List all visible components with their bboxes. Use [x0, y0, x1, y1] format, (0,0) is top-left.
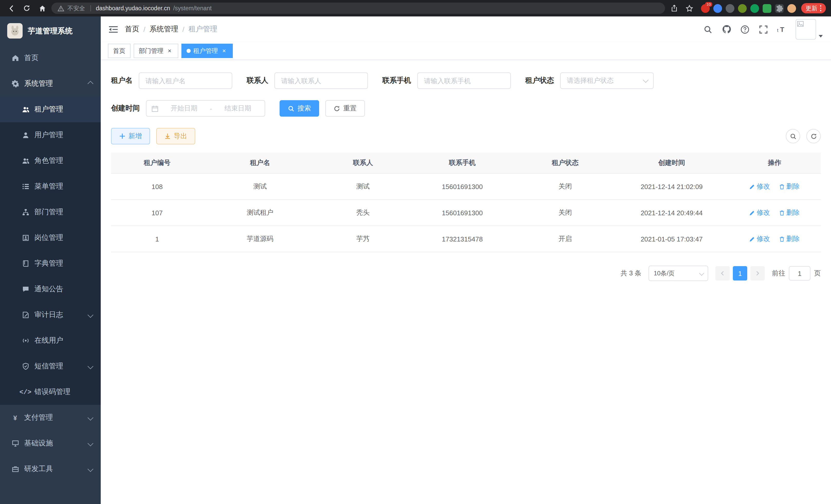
delete-link[interactable]: 删除 [779, 208, 800, 217]
security-label: 不安全 [67, 4, 85, 12]
sidebar-item-post[interactable]: 岗位管理 [0, 225, 101, 251]
help-icon[interactable] [740, 24, 750, 34]
github-icon[interactable] [721, 24, 731, 34]
status-select[interactable]: 请选择租户状态 [560, 72, 654, 89]
edit-link[interactable]: 修改 [749, 208, 770, 217]
prev-page-button[interactable] [715, 266, 730, 280]
sidebar-item-sms[interactable]: 短信管理 [0, 353, 101, 379]
browser-toolbar: 不安全 dashboard.yudao.iocoder.cn/system/te… [0, 0, 831, 17]
extension-icon-4[interactable] [738, 4, 746, 12]
browser-reload-button[interactable] [21, 2, 33, 14]
tenant-name-input[interactable] [139, 72, 232, 89]
reload-icon [23, 5, 30, 12]
sidebar-item-infra[interactable]: 基础设施 [0, 431, 101, 456]
chevron-down-icon [88, 415, 93, 421]
reset-button[interactable]: 重置 [325, 100, 365, 117]
extension-icon-3[interactable] [725, 4, 734, 12]
add-button[interactable]: 新增 [111, 128, 150, 144]
cell-actions: 修改 删除 [728, 200, 821, 226]
close-icon[interactable]: × [166, 47, 173, 55]
goto-page-input[interactable] [789, 266, 810, 280]
bookmark-star-button[interactable] [683, 2, 695, 14]
user-avatar-menu[interactable] [796, 19, 823, 39]
browser-home-button[interactable] [36, 2, 48, 14]
breadcrumb-system[interactable]: 系统管理 [149, 25, 178, 34]
filter-row-2: 创建时间 开始日期 - 结束日期 搜索 重置 [111, 100, 821, 117]
svg-text:t: t [777, 28, 778, 33]
filter-contact-mobile: 联系手机 [382, 72, 511, 89]
sidebar-item-online-users[interactable]: 在线用户 [0, 328, 101, 353]
chevron-up-icon [88, 81, 93, 87]
export-button[interactable]: 导出 [156, 128, 195, 144]
cell-contact-mobile: 15601691300 [409, 173, 515, 200]
tag-home[interactable]: 首页 [108, 44, 131, 58]
sidebar-item-role[interactable]: 角色管理 [0, 148, 101, 174]
sidebar-item-error-code[interactable]: </> 错误码管理 [0, 379, 101, 405]
refresh-table-button[interactable] [806, 129, 821, 143]
cell-create-time: 2021-12-14 21:02:09 [615, 173, 728, 200]
sidebar-item-devtools[interactable]: 研发工具 [0, 456, 101, 482]
cell-status: 关闭 [515, 200, 615, 226]
online-users-icon [22, 337, 29, 345]
delete-link[interactable]: 删除 [779, 182, 800, 191]
next-page-button[interactable] [750, 266, 765, 280]
address-bar[interactable]: 不安全 dashboard.yudao.iocoder.cn/system/te… [51, 3, 665, 14]
tag-dept[interactable]: 部门管理 × [134, 44, 178, 58]
col-tenant-name: 租户名 [203, 153, 317, 173]
sidebar-item-payment[interactable]: ¥ 支付管理 [0, 405, 101, 431]
extensions-puzzle-icon[interactable] [775, 4, 783, 12]
extension-icon-5[interactable] [750, 4, 759, 12]
sidebar-item-home[interactable]: 首页 [0, 45, 101, 71]
sidebar-item-notice[interactable]: 通知公告 [0, 276, 101, 302]
col-contact-mobile: 联系手机 [409, 153, 515, 173]
fullscreen-icon[interactable] [758, 24, 768, 34]
delete-label: 删除 [786, 208, 800, 217]
delete-link[interactable]: 删除 [779, 234, 800, 243]
browser-back-button[interactable] [5, 2, 18, 14]
sidebar-item-label: 字典管理 [34, 259, 63, 268]
browser-update-button[interactable]: 更新 [801, 3, 826, 13]
export-button-label: 导出 [174, 131, 187, 141]
gear-icon [11, 80, 19, 88]
edit-link[interactable]: 修改 [749, 182, 770, 191]
profile-avatar-icon[interactable] [787, 4, 796, 12]
tag-tenant-active[interactable]: 租户管理 × [181, 44, 233, 58]
contact-name-input[interactable] [275, 72, 368, 89]
extension-icon-2[interactable] [713, 4, 722, 12]
header-search-icon[interactable] [703, 24, 713, 34]
page-number-active[interactable]: 1 [733, 266, 747, 280]
extension-icon-1[interactable]: 10 [701, 4, 710, 12]
font-size-icon[interactable]: tT [777, 24, 787, 34]
extension-icon-6[interactable] [763, 4, 771, 12]
table-row: 1 芋道源码 芋艿 17321315478 开启 2021-01-05 17:0… [111, 226, 821, 252]
contact-mobile-input[interactable] [417, 72, 511, 89]
date-range-picker[interactable]: 开始日期 - 结束日期 [146, 100, 265, 117]
sidebar-item-label: 租户管理 [34, 105, 63, 114]
hide-search-button[interactable] [786, 129, 800, 143]
sidebar-item-dict[interactable]: 字典管理 [0, 251, 101, 276]
close-icon[interactable]: × [221, 47, 228, 55]
edit-link[interactable]: 修改 [749, 234, 770, 243]
sidebar-item-dept[interactable]: 部门管理 [0, 199, 101, 225]
star-icon [686, 4, 693, 12]
calendar-icon [152, 105, 158, 112]
breadcrumb-home[interactable]: 首页 [125, 25, 139, 34]
sidebar-item-system[interactable]: 系统管理 [0, 71, 101, 97]
sidebar-fold-button[interactable] [109, 25, 118, 33]
plus-icon [119, 133, 125, 139]
start-date-placeholder: 开始日期 [163, 104, 206, 113]
sidebar-item-user[interactable]: 用户管理 [0, 122, 101, 148]
sidebar-item-menu[interactable]: 菜单管理 [0, 174, 101, 199]
share-button[interactable] [668, 2, 680, 14]
col-actions: 操作 [728, 153, 821, 173]
back-icon [7, 4, 15, 12]
sidebar-item-tenant[interactable]: 租户管理 [0, 97, 101, 122]
download-icon [165, 133, 171, 139]
goto-label: 前往 [772, 269, 785, 278]
page-size-select[interactable]: 10条/页 [649, 266, 708, 281]
app-logo[interactable]: 芋道管理系统 [0, 17, 101, 45]
search-button[interactable]: 搜索 [280, 100, 319, 117]
sidebar-item-audit-log[interactable]: 审计日志 [0, 302, 101, 328]
field-label: 联系人 [247, 76, 268, 85]
field-label: 租户状态 [525, 76, 554, 85]
